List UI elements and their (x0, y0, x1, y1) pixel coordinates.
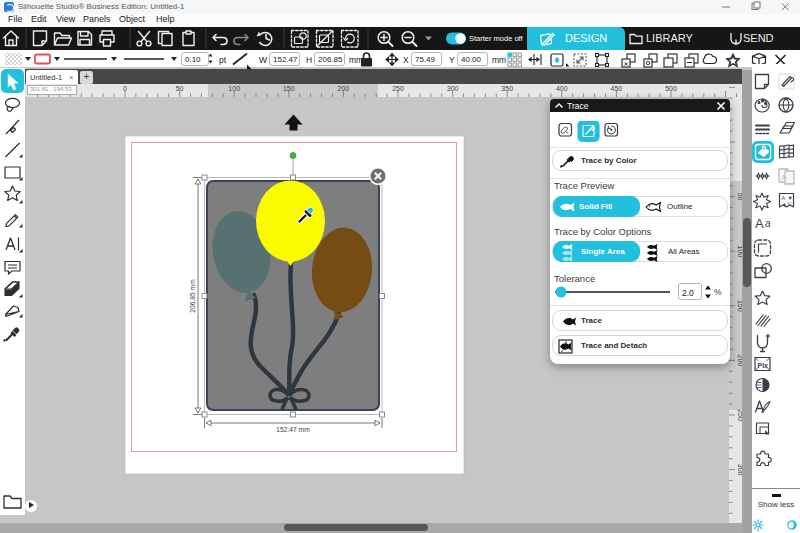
svg-text:500: 500 (665, 85, 677, 92)
svg-text:a: a (765, 218, 771, 229)
svg-text:350: 350 (501, 85, 513, 92)
svg-text:400: 400 (556, 85, 568, 92)
svg-text:152.47 mm: 152.47 mm (276, 426, 310, 433)
svg-text:▲: ▲ (782, 201, 787, 207)
svg-text:50: 50 (176, 85, 184, 92)
svg-text:150: 150 (283, 85, 295, 92)
svg-text:Starter mode off: Starter mode off (469, 34, 524, 43)
svg-text:450: 450 (611, 85, 623, 92)
svg-text:250: 250 (392, 85, 404, 92)
svg-text:206.85 mm: 206.85 mm (189, 279, 196, 313)
svg-text:0: 0 (123, 85, 127, 92)
svg-text:A: A (755, 216, 764, 231)
svg-text:200: 200 (338, 85, 350, 92)
svg-text:300: 300 (447, 85, 459, 92)
svg-text:A: A (781, 173, 787, 182)
svg-text:Pix: Pix (758, 362, 769, 369)
svg-text:V: V (788, 201, 792, 207)
svg-text:100: 100 (228, 85, 240, 92)
